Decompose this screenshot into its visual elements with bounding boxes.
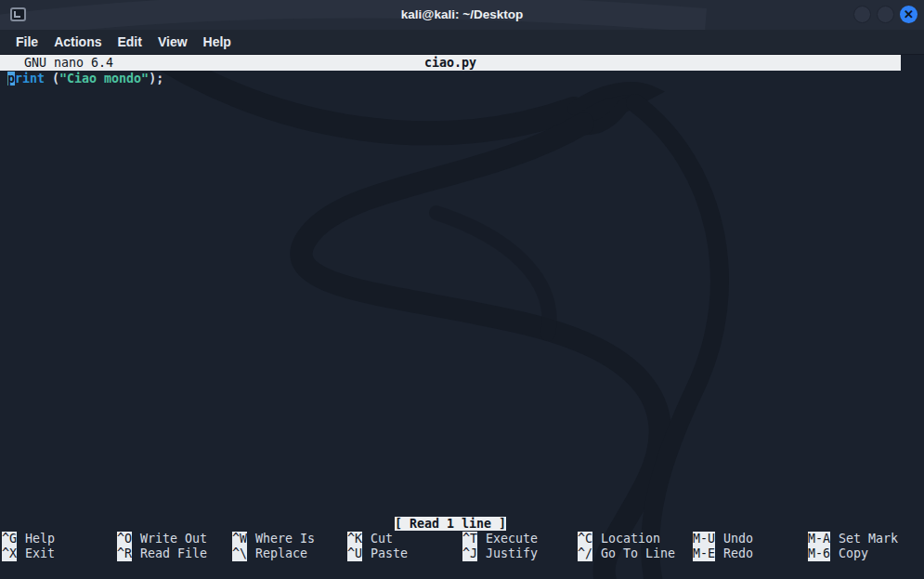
shortcut-label: Paste (371, 546, 408, 560)
shortcut-copy: M-6Copy (808, 546, 923, 561)
shortcut-location: ^CLocation (578, 532, 693, 546)
shortcut-bar: ^GHelp ^OWrite Out ^WWhere Is ^KCut ^TEx… (2, 532, 923, 561)
shortcut-label: Where Is (255, 532, 315, 546)
shortcut-label: Cut (371, 532, 393, 546)
menu-item-view[interactable]: View (158, 34, 188, 49)
shortcut-paste: ^UPaste (347, 546, 462, 561)
nano-filename: ciao.py (0, 55, 901, 71)
shortcut-key: ^U (347, 546, 362, 561)
title-bar: kali@kali: ~/Desktop ✕ (0, 0, 924, 30)
shortcut-justify: ^JJustify (462, 546, 578, 561)
menu-item-help[interactable]: Help (203, 34, 231, 49)
code-keyword: rint (15, 72, 45, 86)
menu-item-actions[interactable]: Actions (54, 34, 101, 49)
shortcut-key: ^G (2, 532, 17, 546)
shortcut-key: ^\ (232, 546, 247, 561)
menu-bar: File Actions Edit View Help (0, 30, 924, 55)
nano-title-bar: ciao.py GNU nano 6.4 (0, 55, 901, 71)
status-message: [ Read 1 line ] (395, 517, 506, 531)
terminal-icon[interactable] (10, 7, 26, 21)
shortcut-label: Write Out (140, 532, 207, 546)
shortcut-label: Read File (140, 546, 207, 560)
shortcut-cut: ^KCut (347, 532, 462, 546)
shortcut-key: ^C (578, 532, 592, 546)
shortcut-key: ^/ (578, 546, 592, 561)
shortcut-label: Help (25, 532, 55, 546)
shortcut-label: Go To Line (601, 546, 675, 560)
minimize-button[interactable] (853, 6, 871, 23)
shortcut-undo: M-UUndo (693, 532, 808, 546)
shortcut-label: Justify (486, 546, 538, 560)
shortcut-key: ^O (117, 532, 132, 546)
shortcut-label: Set Mark (839, 532, 898, 546)
shortcut-go-to-line: ^/Go To Line (578, 546, 693, 561)
shortcut-label: Copy (839, 546, 868, 560)
shortcut-write-out: ^OWrite Out (117, 532, 232, 546)
menu-item-file[interactable]: File (16, 34, 38, 49)
shortcut-exit: ^XExit (2, 546, 117, 561)
code-string: "Ciao mondo" (59, 72, 149, 86)
shortcut-execute: ^TExecute (462, 532, 578, 546)
shortcut-replace: ^\Replace (232, 546, 347, 561)
text-cursor: p (7, 72, 15, 86)
shortcut-key: M-E (693, 546, 715, 561)
terminal-screen[interactable]: ciao.py GNU nano 6.4 print ("Ciao mondo"… (0, 55, 924, 579)
shortcut-label: Redo (723, 546, 753, 560)
shortcut-label: Exit (25, 546, 55, 560)
window-controls: ✕ (853, 6, 917, 23)
nano-version: GNU nano 6.4 (24, 55, 113, 71)
code-punct-open: ( (45, 72, 59, 86)
close-button[interactable]: ✕ (900, 6, 917, 23)
code-punct-close: ); (149, 72, 163, 86)
shortcut-label: Replace (255, 546, 307, 560)
shortcut-label: Location (601, 532, 660, 546)
shortcut-redo: M-ERedo (693, 546, 808, 561)
window-title: kali@kali: ~/Desktop (111, 0, 813, 29)
terminal-window: kali@kali: ~/Desktop ✕ File Actions Edit… (0, 0, 924, 579)
shortcut-key: ^X (2, 546, 17, 561)
shortcut-key: ^J (462, 546, 477, 561)
shortcut-where-is: ^WWhere Is (232, 532, 347, 546)
shortcut-key: ^T (462, 532, 477, 546)
shortcut-key: M-A (808, 532, 830, 546)
shortcut-set-mark: M-ASet Mark (808, 532, 923, 546)
shortcut-key: ^R (117, 546, 132, 561)
shortcut-key: M-6 (808, 546, 830, 561)
shortcut-key: ^W (232, 532, 247, 546)
menu-item-edit[interactable]: Edit (117, 34, 141, 49)
shortcut-key: ^K (347, 532, 362, 546)
kali-dragon-watermark (0, 55, 924, 579)
shortcut-label: Execute (486, 532, 538, 546)
shortcut-key: M-U (693, 532, 715, 546)
shortcut-label: Undo (723, 532, 753, 546)
status-line: [ Read 1 line ] (0, 516, 901, 532)
close-icon: ✕ (904, 8, 914, 20)
prompt-glyph (14, 11, 20, 18)
maximize-button[interactable] (877, 6, 894, 23)
shortcut-read-file: ^RRead File (117, 546, 232, 561)
editor-line: print ("Ciao mondo"); (7, 71, 163, 86)
shortcut-help: ^GHelp (2, 532, 117, 546)
